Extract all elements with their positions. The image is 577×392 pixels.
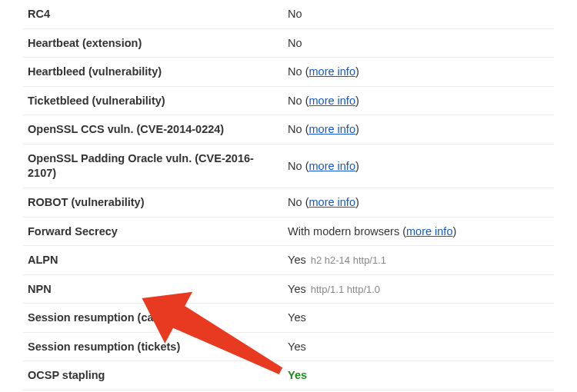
row-label: OpenSSL Padding Oracle vuln. (CVE-2016-2… <box>23 144 283 188</box>
row-value: No <box>283 0 554 28</box>
row-value-text: No <box>288 160 302 172</box>
table-row: Heartbeat (extension)No <box>23 28 554 58</box>
row-value-text: No <box>288 37 302 49</box>
row-label: OpenSSL CCS vuln. (CVE-2014-0224) <box>23 115 283 145</box>
row-value-extra: h2 h2-14 http/1.1 <box>311 254 386 266</box>
more-info-link[interactable]: more info <box>309 65 355 78</box>
table-row: Ticketbleed (vulnerability)No (more info… <box>23 86 554 115</box>
row-value-text: Yes <box>288 311 306 324</box>
row-label: OCSP stapling <box>23 361 283 390</box>
row-value: With modern browsers (more info) <box>283 217 554 246</box>
table-row: ALPNYesh2 h2-14 http/1.1 <box>23 246 554 275</box>
row-value-text: With modern browsers <box>288 225 399 238</box>
table-row: Session resumption (tickets)Yes <box>23 332 554 361</box>
table-row: RC4No <box>23 0 554 28</box>
row-label: Session resumption (tickets) <box>23 332 283 361</box>
row-value: No (more info) <box>283 115 554 145</box>
row-value-text: No <box>288 196 302 208</box>
row-value: No (more info) <box>283 58 554 87</box>
row-value-text: Yes <box>288 283 306 295</box>
row-value-text: No <box>288 123 302 135</box>
row-value: Yesh2 h2-14 http/1.1 <box>283 246 554 275</box>
more-info-link[interactable]: more info <box>309 123 355 135</box>
row-value: Yes <box>283 361 554 390</box>
row-value: No (more info) <box>283 144 554 188</box>
table-row: Session resumption (caching)Yes <box>23 304 554 333</box>
row-value: Yes <box>283 332 554 361</box>
row-value-text: Yes <box>288 254 306 266</box>
row-value: Yeshttp/1.1 http/1.0 <box>283 274 554 304</box>
row-value-text: Yes <box>288 369 307 381</box>
row-value: No (more info) <box>283 188 554 217</box>
more-info-link[interactable]: more info <box>309 196 355 208</box>
table-row: Forward SecrecyWith modern browsers (mor… <box>23 217 554 246</box>
page: RC4NoHeartbeat (extension)NoHeartbleed (… <box>0 0 577 392</box>
row-label: Session resumption (caching) <box>23 304 283 333</box>
more-info-link[interactable]: more info <box>406 225 452 238</box>
table-row: OCSP staplingYes <box>23 361 554 390</box>
table-row: NPNYeshttp/1.1 http/1.0 <box>23 274 554 304</box>
more-info-link[interactable]: more info <box>309 160 355 172</box>
table-row: ROBOT (vulnerability)No (more info) <box>23 188 554 217</box>
row-label: Ticketbleed (vulnerability) <box>23 86 283 115</box>
row-value: Yes <box>283 304 554 333</box>
row-value: No <box>283 28 554 58</box>
row-value: No (more info) <box>283 86 554 115</box>
row-label: ROBOT (vulnerability) <box>23 188 283 217</box>
row-label: Heartbeat (extension) <box>23 28 283 58</box>
row-value-text: No <box>288 95 302 107</box>
row-label: Forward Secrecy <box>23 217 283 246</box>
details-table: RC4NoHeartbeat (extension)NoHeartbleed (… <box>23 0 554 392</box>
row-label: NPN <box>23 274 283 304</box>
more-info-link[interactable]: more info <box>309 95 355 107</box>
row-value-extra: http/1.1 http/1.0 <box>311 284 380 295</box>
row-label: RC4 <box>23 0 283 28</box>
table-row: OpenSSL Padding Oracle vuln. (CVE-2016-2… <box>23 144 554 188</box>
row-label: Heartbleed (vulnerability) <box>23 58 283 87</box>
table-row: OpenSSL CCS vuln. (CVE-2014-0224)No (mor… <box>23 115 554 145</box>
row-value-text: No <box>288 8 302 20</box>
row-label: ALPN <box>23 246 283 275</box>
table-row: Heartbleed (vulnerability)No (more info) <box>23 58 554 87</box>
row-value-text: No <box>288 65 302 78</box>
row-value-text: Yes <box>288 341 306 353</box>
